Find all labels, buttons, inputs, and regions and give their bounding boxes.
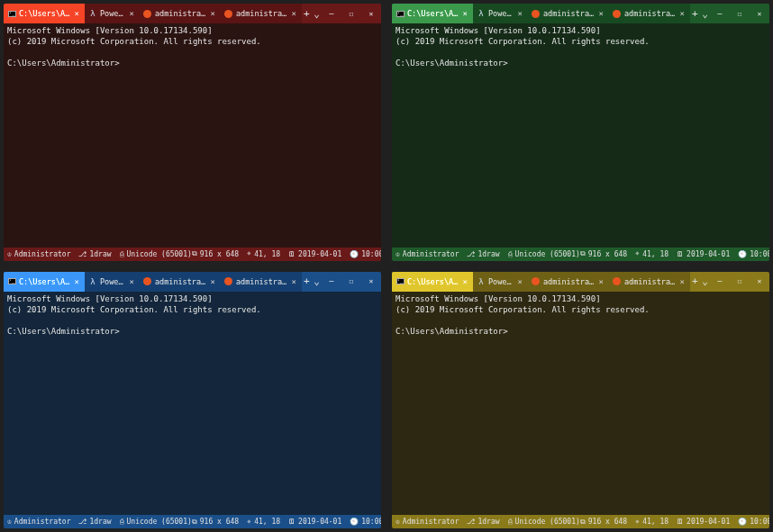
cmd-icon bbox=[7, 277, 16, 286]
tab-close-icon[interactable]: × bbox=[127, 277, 135, 286]
maximize-button[interactable]: ☐ bbox=[730, 272, 750, 292]
terminal-output[interactable]: Microsoft Windows [Version 10.0.17134.59… bbox=[392, 23, 769, 248]
status-bar: ♔Administrator ⎇1draw ⎙Unicode (65001) ⧉… bbox=[392, 248, 769, 261]
terminal-window: C:\Users\Administr... × PowerShell × adm… bbox=[4, 272, 381, 529]
tab-close-icon[interactable]: × bbox=[208, 9, 216, 18]
powershell-icon bbox=[477, 277, 486, 286]
status-date: 🗓2019-04-01 bbox=[288, 518, 341, 526]
status-size: ⧉916 x 648 bbox=[192, 249, 239, 258]
window-controls: ─ ☐ ✕ bbox=[322, 272, 381, 292]
status-size: ⧉916 x 648 bbox=[580, 249, 627, 258]
tab-close-icon[interactable]: × bbox=[127, 9, 135, 18]
tab[interactable]: administrator@DES... × bbox=[221, 272, 302, 292]
status-time: 🕙10:00 (PST) bbox=[350, 518, 381, 526]
tab[interactable]: PowerShell × bbox=[473, 272, 528, 292]
status-time: 🕙10:00 (PST) bbox=[738, 518, 769, 526]
user-icon: ♔ bbox=[7, 250, 12, 258]
tab[interactable]: C:\Users\Administr... × bbox=[392, 272, 473, 292]
tab-close-icon[interactable]: × bbox=[515, 9, 523, 18]
branch-icon: ⎇ bbox=[467, 518, 475, 526]
minimize-button[interactable]: ─ bbox=[322, 272, 341, 292]
tab-close-icon[interactable]: × bbox=[596, 277, 605, 286]
tab[interactable]: administrator@DES... × bbox=[221, 4, 302, 23]
terminal-prompt: C:\Users\Administrator> bbox=[7, 59, 120, 68]
status-bar: ♔Administrator ⎇1draw ⎙Unicode (65001) ⧉… bbox=[4, 515, 381, 528]
tab-close-icon[interactable]: × bbox=[73, 277, 81, 286]
tab[interactable]: C:\Users\Administr... × bbox=[4, 272, 85, 292]
tab[interactable]: administrator@DES... × bbox=[528, 272, 609, 292]
terminal-prompt: C:\Users\Administrator> bbox=[7, 327, 120, 336]
tab-close-icon[interactable]: × bbox=[289, 277, 297, 286]
minimize-button[interactable]: ─ bbox=[710, 272, 730, 292]
tab[interactable]: C:\Users\Administr... × bbox=[4, 4, 85, 23]
tab-close-icon[interactable]: × bbox=[289, 9, 297, 18]
tab-dropdown-button[interactable]: ⌄ bbox=[312, 272, 322, 292]
tab-strip: C:\Users\Administr... × PowerShell × adm… bbox=[4, 272, 322, 292]
close-button[interactable]: ✕ bbox=[361, 272, 381, 292]
tab[interactable]: C:\Users\Administr... × bbox=[392, 4, 473, 23]
close-button[interactable]: ✕ bbox=[750, 272, 769, 292]
tab[interactable]: administrator@DES... × bbox=[609, 4, 690, 23]
minimize-button[interactable]: ─ bbox=[322, 4, 341, 23]
minimize-button[interactable]: ─ bbox=[710, 4, 730, 23]
tab-dropdown-button[interactable]: ⌄ bbox=[700, 4, 710, 23]
ubuntu-icon bbox=[613, 277, 622, 286]
close-button[interactable]: ✕ bbox=[750, 4, 769, 23]
tab-close-icon[interactable]: × bbox=[461, 277, 469, 286]
tab-label: administrator@DES... bbox=[543, 277, 595, 286]
terminal-prompt: C:\Users\Administrator> bbox=[396, 327, 508, 336]
branch-icon: ⎇ bbox=[78, 250, 86, 258]
status-position: ⌖41, 18 bbox=[247, 518, 280, 527]
new-tab-button[interactable]: + bbox=[302, 272, 312, 292]
terminal-output[interactable]: Microsoft Windows [Version 10.0.17134.59… bbox=[392, 292, 769, 516]
tab-close-icon[interactable]: × bbox=[678, 9, 686, 18]
clock-icon: 🕙 bbox=[738, 250, 747, 258]
status-time: 🕙10:00 (PST) bbox=[738, 250, 769, 258]
tab-dropdown-button[interactable]: ⌄ bbox=[312, 4, 322, 23]
tab[interactable]: administrator@DES... × bbox=[528, 4, 609, 23]
tab-label: administrator@DES... bbox=[624, 9, 676, 18]
tab[interactable]: administrator@DES... × bbox=[609, 272, 690, 292]
tab[interactable]: PowerShell × bbox=[85, 4, 140, 23]
status-branch: ⎇1draw bbox=[467, 518, 499, 526]
status-bar: ♔Administrator ⎇1draw ⎙Unicode (65001) ⧉… bbox=[392, 515, 769, 528]
position-icon: ⌖ bbox=[635, 249, 640, 258]
ubuntu-icon bbox=[613, 9, 622, 18]
tab[interactable]: PowerShell × bbox=[473, 4, 528, 23]
tab[interactable]: administrator@DES... × bbox=[140, 272, 221, 292]
terminal-window: C:\Users\Administr... × PowerShell × adm… bbox=[392, 272, 769, 529]
window-controls: ─ ☐ ✕ bbox=[710, 4, 769, 23]
new-tab-button[interactable]: + bbox=[302, 4, 312, 23]
tab-close-icon[interactable]: × bbox=[678, 277, 686, 286]
tab[interactable]: PowerShell × bbox=[85, 272, 140, 292]
tab[interactable]: administrator@DES... × bbox=[140, 4, 221, 23]
tab-close-icon[interactable]: × bbox=[73, 9, 81, 18]
tab-label: C:\Users\Administr... bbox=[19, 9, 70, 18]
maximize-button[interactable]: ☐ bbox=[341, 272, 361, 292]
tab-label: administrator@DES... bbox=[624, 277, 676, 286]
tab-close-icon[interactable]: × bbox=[208, 277, 216, 286]
tab-label: administrator@DES... bbox=[236, 9, 287, 18]
status-branch: ⎇1draw bbox=[78, 518, 111, 526]
new-tab-button[interactable]: + bbox=[690, 4, 700, 23]
tab-close-icon[interactable]: × bbox=[461, 9, 469, 18]
status-date: 🗓2019-04-01 bbox=[677, 518, 730, 526]
display-icon: ⧉ bbox=[192, 249, 197, 258]
status-encoding: ⎙Unicode (65001) bbox=[120, 518, 192, 526]
new-tab-button[interactable]: + bbox=[690, 272, 700, 292]
status-date: 🗓2019-04-01 bbox=[677, 250, 730, 258]
tab-close-icon[interactable]: × bbox=[515, 277, 523, 286]
tab-close-icon[interactable]: × bbox=[596, 9, 605, 18]
tab-dropdown-button[interactable]: ⌄ bbox=[700, 272, 710, 292]
status-user: ♔Administrator bbox=[7, 518, 70, 526]
status-bar: ♔Administrator ⎇1draw ⎙Unicode (65001) ⧉… bbox=[4, 248, 381, 261]
maximize-button[interactable]: ☐ bbox=[730, 4, 750, 23]
maximize-button[interactable]: ☐ bbox=[341, 4, 361, 23]
clock-icon: 🕙 bbox=[350, 518, 359, 526]
close-button[interactable]: ✕ bbox=[361, 4, 381, 23]
title-bar: C:\Users\Administr... × PowerShell × adm… bbox=[392, 4, 769, 23]
terminal-output[interactable]: Microsoft Windows [Version 10.0.17134.59… bbox=[4, 23, 381, 248]
calendar-icon: 🗓 bbox=[288, 250, 296, 258]
powershell-icon bbox=[88, 277, 97, 286]
terminal-output[interactable]: Microsoft Windows [Version 10.0.17134.59… bbox=[4, 292, 381, 516]
